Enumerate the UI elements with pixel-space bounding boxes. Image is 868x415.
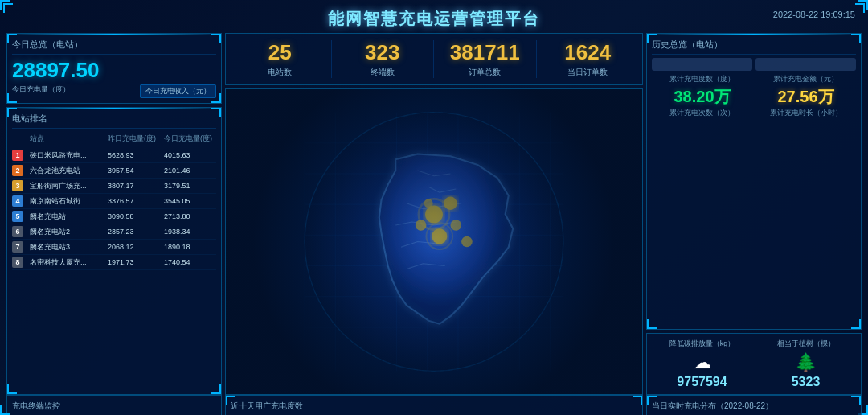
rank-yesterday: 3807.17	[108, 182, 164, 190]
recent-chart-title: 近十天用广充电度数	[231, 401, 637, 412]
hist-yuan-item: 累计充电金额（元） 27.56万 累计充电时长（小时）	[755, 58, 856, 120]
hist-yuan-blurred	[755, 58, 856, 71]
rank-today: 2713.80	[164, 212, 216, 220]
stat-item: 381711订单总数	[434, 40, 537, 78]
rank-row: 6阙名充电站22357.231938.34	[12, 224, 216, 240]
rank-row: 4南京南站石城街...3376.573545.05	[12, 194, 216, 209]
carbon-tree-item: 相当于植树（棵） 🌲 5323	[755, 339, 856, 389]
hist-kwh-value: 38.20万	[652, 86, 752, 108]
rank-row: 3宝船街南广场充...3807.173179.51	[12, 179, 216, 194]
rank-today: 4015.63	[164, 151, 216, 159]
left-panel: 今日总览（电站） 28897.50 今日充电量（度） 今日充电收入（元） 电站排…	[6, 33, 222, 395]
hist-yuan-value: 27.56万	[755, 86, 856, 108]
page-title: 能网智慧充电运营管理平台	[328, 10, 540, 27]
rank-yesterday: 3090.58	[108, 212, 164, 220]
rank-row: 2六合龙池充电站3957.542101.46	[12, 163, 216, 179]
rank-badge: 7	[12, 241, 23, 253]
stats-bar: 25电站数323终端数381711订单总数1624当日订单数	[225, 33, 643, 85]
main-grid: 今日总览（电站） 28897.50 今日充电量（度） 今日充电收入（元） 电站排…	[3, 33, 865, 395]
rank-today: 3545.05	[164, 197, 216, 205]
rank-station-name: 硖口米风路充电...	[30, 150, 108, 161]
stat-value: 25	[229, 40, 331, 65]
realtime-chart-panel: 当日实时充电分布（2022-08-22） 100 80 60 40 20 0	[646, 395, 862, 415]
stat-item: 323终端数	[332, 40, 435, 78]
hist-hours-label: 累计充电时长（小时）	[755, 108, 856, 118]
hist-kwh-label: 累计充电度数（度）	[652, 74, 752, 84]
rank-today: 2101.46	[164, 166, 216, 175]
history-grid: 累计充电度数（度） 38.20万 累计充电次数（次） 累计充电金额（元） 27.…	[652, 58, 856, 120]
today-sub-label1: 今日充电量（度）	[12, 84, 70, 98]
terminal-monitor-panel: 充电终端监控 27.1% 充电 69.47% 空闲 3.43% 故障	[6, 395, 222, 415]
terminal-title: 充电终端监控	[12, 401, 216, 412]
stat-value: 1624	[537, 40, 640, 65]
hist-yuan-label: 累计充电金额（元）	[755, 74, 856, 84]
center-panel: 25电站数323终端数381711订单总数1624当日订单数	[225, 33, 643, 395]
rank-today: 3179.51	[164, 182, 216, 190]
rank-rows: 1硖口米风路充电...5628.934015.632六合龙池充电站3957.54…	[12, 148, 216, 270]
rank-today: 1938.34	[164, 228, 216, 236]
realtime-chart-title: 当日实时充电分布（2022-08-22）	[652, 401, 856, 412]
header: 能网智慧充电运营管理平台 2022-08-22 19:09:15	[3, 3, 865, 33]
rank-badge: 3	[12, 180, 23, 191]
rank-badge: 6	[12, 226, 23, 237]
rank-row: 8名密科技大厦充...1971.731740.54	[12, 255, 216, 270]
map-hex-bg	[226, 89, 642, 394]
carbon-reduce-label: 降低碳排放量（kg）	[652, 339, 752, 349]
rank-station-name: 六合龙池充电站	[30, 166, 108, 176]
rank-badge: 8	[12, 257, 23, 268]
rank-panel-title: 电站排名	[12, 113, 216, 129]
rank-col0	[12, 134, 30, 144]
rank-station-name: 阙名充电站2	[30, 227, 108, 237]
rank-yesterday: 2357.23	[108, 228, 164, 236]
history-panel-title: 历史总览（电站）	[652, 39, 856, 55]
stat-label: 当日订单数	[537, 67, 640, 78]
rank-today: 1890.18	[164, 243, 216, 251]
rank-badge: 2	[12, 165, 23, 176]
carbon-section: 降低碳排放量（kg） ☁ 9757594 相当于植树（棵） 🌲 5323	[646, 333, 862, 395]
rank-row: 7阙名充电站32068.121890.18	[12, 240, 216, 255]
history-stats-panel: 历史总览（电站） 累计充电度数（度） 38.20万 累计充电次数（次） 累计充电…	[646, 33, 862, 330]
datetime-display: 2022-08-22 19:09:15	[773, 10, 855, 19]
rank-station-name: 名密科技大厦充...	[30, 257, 108, 268]
carbon-reduce-value: 9757594	[652, 375, 752, 389]
hist-kwh-item: 累计充电度数（度） 38.20万 累计充电次数（次）	[652, 58, 752, 120]
hist-times-label: 累计充电次数（次）	[652, 108, 752, 118]
rank-yesterday: 3376.57	[108, 197, 164, 205]
rank-yesterday: 1971.73	[108, 258, 164, 266]
bottom-row: 充电终端监控 27.1% 充电 69.47% 空闲 3.43% 故障 近十天用广…	[3, 395, 865, 415]
rank-row: 1硖口米风路充电...5628.934015.63	[12, 148, 216, 163]
carbon-reduce-item: 降低碳排放量（kg） ☁ 9757594	[652, 339, 752, 389]
rank-col3: 今日充电量(度)	[164, 134, 216, 144]
rank-yesterday: 3957.54	[108, 166, 164, 175]
rank-badge: 1	[12, 150, 23, 161]
rank-yesterday: 5628.93	[108, 151, 164, 159]
stat-label: 电站数	[229, 67, 331, 78]
today-sub-labels: 今日充电量（度） 今日充电收入（元）	[12, 84, 216, 98]
stat-label: 终端数	[332, 67, 434, 78]
rank-station-name: 阙名充电站3	[30, 242, 108, 253]
rank-header: 站点 昨日充电量(度) 今日充电量(度)	[12, 132, 216, 146]
carbon-tree-label: 相当于植树（棵）	[755, 339, 856, 349]
station-ranking-panel: 电站排名 站点 昨日充电量(度) 今日充电量(度) 1硖口米风路充电...562…	[6, 107, 222, 395]
rank-badge: 4	[12, 195, 23, 207]
tree-icon: 🌲	[755, 352, 856, 373]
stat-item: 1624当日订单数	[537, 40, 640, 78]
rank-today: 1740.54	[164, 258, 216, 266]
rank-station-name: 宝船街南广场充...	[30, 181, 108, 191]
rank-station-name: 阙名充电站	[30, 212, 108, 222]
map-container	[225, 88, 643, 395]
stat-item: 25电站数	[229, 40, 332, 78]
recent-chart-panel: 近十天用广充电度数 08-13 08-14 08-15	[225, 395, 643, 415]
today-stats-panel: 今日总览（电站） 28897.50 今日充电量（度） 今日充电收入（元）	[6, 33, 222, 104]
today-main-value: 28897.50	[12, 58, 216, 83]
carbon-tree-value: 5323	[755, 375, 856, 389]
today-sub-label2: 今日充电收入（元）	[140, 84, 216, 98]
right-panel: 历史总览（电站） 累计充电度数（度） 38.20万 累计充电次数（次） 累计充电…	[646, 33, 862, 395]
rank-yesterday: 2068.12	[108, 243, 164, 251]
stat-value: 381711	[434, 40, 536, 65]
rank-row: 5阙名充电站3090.582713.80	[12, 209, 216, 224]
rank-badge: 5	[12, 211, 23, 222]
rank-col1: 站点	[30, 134, 108, 144]
stat-label: 订单总数	[434, 67, 536, 78]
hist-kwh-blurred	[652, 58, 752, 71]
